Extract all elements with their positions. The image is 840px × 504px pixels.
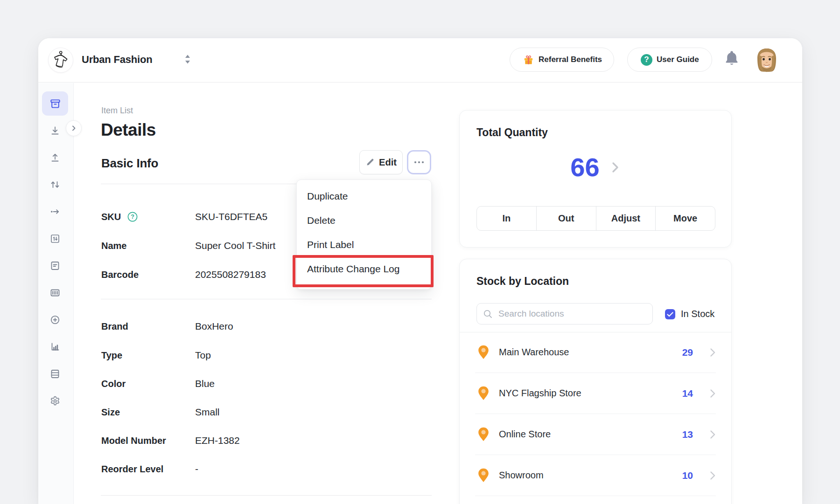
svg-text:?: ? [131,214,134,220]
